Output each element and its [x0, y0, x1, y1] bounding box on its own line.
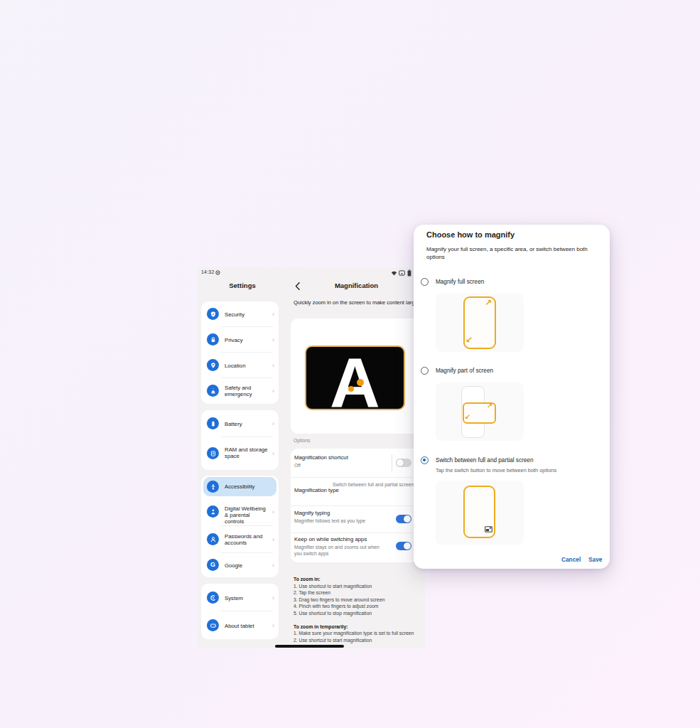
- sidebar-item-label: Security: [225, 311, 269, 318]
- sidebar-group-2: Battery › RAM and storage space ›: [201, 410, 279, 470]
- chevron-right-icon: ›: [272, 562, 274, 569]
- status-time: 14:32: [201, 269, 215, 274]
- page-description: Quickly zoom in on the screen to make co…: [294, 299, 421, 306]
- row-subtitle: Magnifier follows text as you type: [294, 518, 387, 525]
- sidebar-item-accessibility[interactable]: Accessibility: [201, 476, 279, 498]
- sidebar-item-passwords[interactable]: Passwords and accounts ›: [201, 526, 279, 553]
- radio-switch-both[interactable]: [421, 456, 429, 464]
- sidebar-group-1: Security › Privacy › Location ›: [201, 301, 279, 404]
- save-button[interactable]: Save: [588, 556, 602, 563]
- sidebar-item-label: RAM and storage space: [225, 446, 269, 459]
- battery-icon: [407, 269, 411, 277]
- arrow-down-left-icon: ↙: [465, 413, 470, 421]
- keep-on-toggle[interactable]: [396, 542, 411, 550]
- zoom-instructions: To zoom in: 1. Use shortcut to start mag…: [294, 576, 417, 643]
- chevron-right-icon: ›: [272, 362, 274, 369]
- sidebar-item-wellbeing[interactable]: Digital Wellbeing & parental controls ›: [201, 498, 279, 526]
- row-keep-on-switching[interactable]: Keep on while switching apps Magnifier s…: [291, 532, 425, 562]
- battery-setting-icon: [207, 417, 219, 429]
- row-magnify-typing[interactable]: Magnify typing Magnifier follows text as…: [291, 505, 425, 532]
- arrow-up-right-icon: ↗: [487, 402, 492, 410]
- divider: [392, 454, 392, 471]
- sidebar-item-label: Accessibility: [225, 483, 269, 490]
- chevron-right-icon: ›: [272, 450, 274, 457]
- accounts-icon: [207, 533, 219, 545]
- sidebar-item-label: Location: [225, 363, 269, 369]
- instruction-step: 1. Use shortcut to start magnification: [294, 583, 417, 590]
- sidebar-group-4: System › About tablet ›: [201, 584, 279, 639]
- sidebar-item-label: About tablet: [225, 623, 269, 629]
- sidebar-item-label: Safety and emergency: [225, 385, 269, 397]
- wellbeing-icon: [207, 505, 219, 518]
- part-screen-illustration: ↗ ↙: [436, 382, 524, 441]
- magnify-dialog: Choose how to magnify Magnify your full …: [414, 225, 610, 569]
- tablet-screenshot: 14:32 Settings Security ›: [197, 267, 425, 648]
- screen-record-icon: [215, 270, 220, 275]
- sidebar-item-label: Passwords and accounts: [225, 533, 269, 546]
- cancel-button[interactable]: Cancel: [561, 556, 581, 563]
- sidebar-item-label: Google: [225, 562, 269, 569]
- sidebar-item-label: System: [225, 595, 269, 601]
- chevron-right-icon: ›: [272, 336, 274, 343]
- dialog-title: Choose how to magnify: [426, 230, 515, 239]
- instruction-step: 2. Tap the screen: [294, 589, 417, 596]
- row-title: Magnify typing: [294, 510, 330, 516]
- sidebar-item-google[interactable]: G Google ›: [201, 553, 279, 577]
- radio-full-screen[interactable]: [421, 278, 429, 286]
- radio-part-screen[interactable]: [421, 367, 429, 375]
- sidebar-group-3: Accessibility Digital Wellbeing & parent…: [201, 476, 279, 577]
- row-magnification-type[interactable]: Magnification type Switch between full a…: [291, 477, 425, 505]
- navigation-handle[interactable]: [275, 645, 344, 648]
- instruction-step: 5. Use shortcut to stop magnification: [294, 610, 417, 617]
- sidebar-title: Settings: [197, 282, 288, 289]
- page-title: Magnification: [288, 282, 425, 289]
- storage-icon: [207, 447, 219, 459]
- radio-label: Switch between full and partial screen: [436, 457, 533, 464]
- instruction-step: 2. Use shortcut to start magnification: [294, 637, 417, 644]
- sidebar-item-security[interactable]: Security ›: [201, 301, 279, 327]
- sidebar-item-safety[interactable]: Safety and emergency ›: [201, 378, 279, 404]
- about-tablet-icon: [207, 619, 219, 631]
- instruction-step: 3. Drag two fingers to move around scree…: [294, 596, 417, 604]
- switch-button-icon: [485, 526, 492, 532]
- magnification-shortcut-toggle[interactable]: [396, 459, 411, 467]
- location-icon: [207, 359, 219, 371]
- arrow-down-left-icon: ↙: [465, 335, 473, 345]
- row-title: Magnification type: [294, 487, 339, 493]
- instructions-heading: To zoom in:: [294, 576, 417, 583]
- letter-a: A: [330, 348, 380, 411]
- sidebar-item-about-tablet[interactable]: About tablet ›: [201, 611, 279, 639]
- options-card: Magnification shortcut Off Magnification…: [291, 449, 425, 562]
- sidebar-item-privacy[interactable]: Privacy ›: [201, 327, 279, 353]
- safety-emergency-icon: [207, 385, 219, 397]
- sidebar-item-ram-storage[interactable]: RAM and storage space ›: [201, 437, 279, 470]
- magnification-illustration-card: A: [291, 318, 425, 434]
- full-screen-illustration: ↗ ↙: [436, 294, 524, 352]
- chevron-right-icon: ›: [272, 622, 274, 629]
- row-magnification-shortcut[interactable]: Magnification shortcut Off: [291, 449, 425, 477]
- chevron-right-icon: ›: [272, 420, 274, 427]
- security-icon: [207, 308, 219, 320]
- instruction-step: 4. Pinch with two fingers to adjust zoom: [294, 603, 417, 610]
- google-icon: G: [207, 559, 219, 571]
- sidebar-item-location[interactable]: Location ›: [201, 353, 279, 378]
- privacy-icon: [207, 333, 219, 346]
- chevron-right-icon: ›: [272, 594, 274, 601]
- dialog-description: Magnify your full screen, a specific are…: [426, 246, 601, 261]
- radio-label: Magnify full screen: [436, 279, 484, 285]
- sidebar-item-battery[interactable]: Battery ›: [201, 410, 279, 437]
- instruction-step: 1. Make sure your magnification type is …: [294, 630, 417, 637]
- options-section-label: Options: [294, 438, 310, 443]
- sidebar-item-system[interactable]: System ›: [201, 584, 279, 611]
- system-icon: [207, 592, 219, 604]
- row-title: Keep on while switching apps: [294, 536, 367, 542]
- cast-frame-icon: [399, 270, 405, 276]
- accessibility-icon: [207, 481, 219, 493]
- radio-label: Magnify part of screen: [436, 368, 493, 374]
- chevron-right-icon: ›: [272, 311, 274, 318]
- row-value: Switch between full and partial screen: [330, 481, 414, 488]
- magnify-typing-toggle[interactable]: [396, 515, 411, 523]
- radio-sublabel: Tap the switch button to move between bo…: [436, 467, 556, 473]
- row-subtitle: Off: [294, 463, 387, 469]
- touch-point-dot: [357, 379, 364, 386]
